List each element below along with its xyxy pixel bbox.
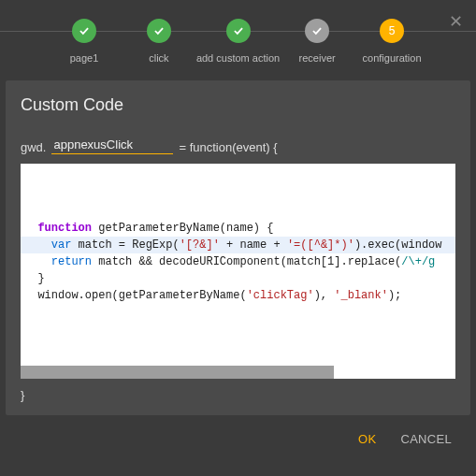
check-icon — [72, 19, 96, 43]
code-editor[interactable]: function getParameterByName(name) { var … — [21, 164, 455, 379]
step-label: page1 — [70, 52, 99, 64]
step-label: configuration — [363, 52, 422, 64]
step-click[interactable]: click — [122, 19, 196, 64]
step-page1[interactable]: page1 — [47, 19, 122, 64]
fn-suffix: = function(event) { — [179, 140, 277, 154]
dialog-footer: OK CANCEL — [0, 415, 476, 446]
check-icon — [147, 19, 171, 43]
fn-prefix: gwd. — [21, 140, 46, 154]
scrollbar-thumb[interactable] — [21, 366, 334, 379]
check-icon — [226, 19, 251, 43]
step-label: add custom action — [196, 52, 280, 64]
cancel-button[interactable]: CANCEL — [400, 432, 452, 446]
step-add-custom-action[interactable]: add custom action — [196, 19, 280, 64]
function-name-input[interactable] — [51, 136, 173, 154]
step-receiver[interactable]: receiver — [280, 19, 354, 64]
horizontal-scrollbar[interactable] — [21, 366, 455, 379]
step-configuration[interactable]: 5 configuration — [354, 19, 429, 64]
ok-button[interactable]: OK — [358, 432, 376, 446]
custom-code-panel: Custom Code gwd. = function(event) { fun… — [6, 80, 470, 415]
fn-closing-brace: } — [21, 388, 455, 402]
check-icon — [305, 19, 329, 43]
step-number-icon: 5 — [380, 19, 404, 43]
step-label: click — [149, 52, 168, 64]
panel-title: Custom Code — [21, 95, 455, 115]
stepper: page1 click add custom action receiver 5… — [0, 0, 476, 75]
step-label: receiver — [299, 52, 336, 64]
function-declaration: gwd. = function(event) { — [21, 136, 455, 154]
